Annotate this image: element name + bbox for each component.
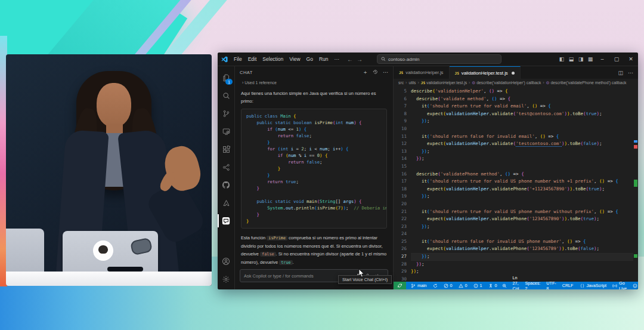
editor-line-30[interactable]: 30 [394,276,633,282]
editor-line-26[interactable]: 26 expect(validationHelper.validatePhone… [394,245,633,253]
editor-tab-validationHelper.test.js[interactable]: JSvalidationHelper.test.js [450,66,521,79]
customize-layout-icon[interactable]: ▦ [586,56,595,62]
editor-line-27[interactable]: 27 }); [394,253,633,261]
status-git-sync[interactable] [431,282,440,289]
status-cursor-position[interactable]: Ln 27, Col 8 [510,282,522,289]
used-references-row[interactable]: › Used 1 reference [242,79,387,87]
activity-item-copilot-chat[interactable] [218,212,234,230]
editor-line-23[interactable]: 23 }); [394,223,633,231]
code-token: { [325,153,327,158]
mouse-cursor [358,269,366,277]
status-warnings[interactable]: 0 [456,282,470,289]
status-errors[interactable]: 0 [441,282,455,289]
close-button[interactable]: ✕ [624,53,638,66]
tab-bar-actions: ◫ ⋯ [613,66,638,79]
editor-line-16[interactable]: 16 describe('validatePhone method', () =… [394,171,633,178]
inline-code-chip: false [260,252,275,257]
status-screencast-zoom[interactable] [500,282,509,289]
editor-line-5[interactable]: 5describe('validationHelper', () => { [394,88,633,95]
menu-run[interactable]: Run [316,56,332,62]
status-go-live[interactable]: Go Live [610,282,629,289]
activity-item-explorer[interactable]: 1 [218,69,234,87]
activity-item-remote-explorer[interactable] [218,122,234,140]
breadcrumb-item[interactable]: ⊙describe('validationHelper') callback [472,81,541,85]
tower-icon [488,283,493,288]
menu-view[interactable]: View [286,56,303,62]
editor-line-18[interactable]: 18 expect(validationHelper.validatePhone… [394,186,633,193]
editor-line-11[interactable]: 11 it('should return false for invalid e… [394,133,633,141]
status-indentation[interactable]: Spaces: 2 [522,282,543,289]
code-token: [] [335,199,343,204]
editor-line-22[interactable]: 22 expect(validationHelper.validatePhone… [394,215,633,223]
activity-item-github[interactable] [218,176,234,194]
activity-item-azure[interactable] [218,194,234,212]
status-infos[interactable]: 1 [471,282,485,289]
command-center-search[interactable]: contoso-admin [377,54,501,64]
breadcrumb[interactable]: src›utils›JSvalidationHelper.test.js›⊙de… [394,79,638,87]
activity-item-settings[interactable] [218,270,234,288]
activity-item-connections[interactable] [218,158,234,176]
editor-line-24[interactable]: 24 [394,230,633,238]
toggle-sidebar-icon[interactable]: ◧ [557,56,566,62]
activity-item-source-control[interactable] [218,104,234,122]
toggle-secondary-sidebar-icon[interactable]: ◨ [576,56,586,62]
editor-line-19[interactable]: 19 }); [394,193,633,201]
breadcrumb-item[interactable]: utils [408,81,416,85]
editor-tab-validationHelper.js[interactable]: JSvalidationHelper.js [394,66,450,79]
minimize-button[interactable]: – [595,53,609,66]
editor-line-8[interactable]: 8 expect(validationHelper.validate('test… [394,110,633,118]
editor-line-25[interactable]: 25 it('should return false for invalid U… [394,238,633,246]
editor-more-actions-icon[interactable]: ⋯ [628,70,633,76]
editor-line-12[interactable]: 12 expect(validationHelper.validate('tes… [394,140,633,148]
breadcrumb-item[interactable]: ⊙describe('validatePhone method') callba… [546,81,627,85]
status-eol[interactable]: CRLF [560,282,576,289]
menu-go[interactable]: Go [304,56,316,62]
toggle-panel-icon[interactable]: ⬓ [566,56,576,62]
breadcrumb-item[interactable]: src [398,81,404,85]
chat-history-icon[interactable] [373,69,378,76]
editor-line-13[interactable]: 13 }); [394,148,633,156]
code-token: { [293,113,296,119]
editor-line-6[interactable]: 6 describe('validate method', () => { [394,95,633,103]
split-editor-icon[interactable]: ◫ [618,70,623,76]
restore-button[interactable]: ▢ [609,53,624,66]
breadcrumb-separator: › [405,81,407,85]
line-number: 13 [394,148,411,156]
chat-more-actions-icon[interactable]: ⋯ [383,69,388,75]
editor-line-20[interactable]: 20 [394,201,633,208]
unsaved-changes-dot[interactable] [512,72,515,75]
status-git-branch[interactable]: main [408,282,429,289]
status-encoding[interactable]: UTF-8 [544,282,558,289]
editor-line-29[interactable]: 29}); [394,268,633,276]
status-ports[interactable]: 0 [486,282,500,289]
editor-line-28[interactable]: 28 }); [394,261,633,269]
editor-line-10[interactable]: 10 [394,125,633,133]
menu-selection[interactable]: Selection [259,56,286,62]
menu-edit[interactable]: Edit [245,56,260,62]
editor-line-21[interactable]: 21 it('should return true for valid US p… [394,208,633,216]
overview-ruler[interactable] [633,87,638,282]
editor-line-17[interactable]: 17 it('should return true for valid US p… [394,178,633,186]
code-token [411,103,422,109]
breadcrumb-item[interactable]: JSvalidationHelper.test.js [421,81,467,85]
status-label: 1 [480,283,482,288]
activity-item-search[interactable] [218,87,234,104]
nav-back-icon[interactable]: ← [347,56,353,63]
activity-item-extensions[interactable] [218,140,234,158]
menu-[interactable]: ··· [332,56,343,62]
new-chat-icon[interactable]: ＋ [363,69,368,76]
status-language-mode[interactable]: JavaScript [577,282,609,289]
menu-file[interactable]: File [231,56,245,62]
editor-line-7[interactable]: 7 it('should return true for valid email… [394,103,633,110]
status-label: CRLF [562,283,574,288]
editor-line-15[interactable]: 15 [394,163,633,171]
status-feedback[interactable] [630,282,638,289]
activity-item-accounts[interactable] [218,252,234,270]
code-token: out [286,205,293,211]
editor-line-9[interactable]: 9 }); [394,118,633,125]
editor-line-14[interactable]: 14 }); [394,155,633,163]
code-editor[interactable]: 5describe('validationHelper', () => {6 d… [394,87,638,282]
nav-forward-icon[interactable]: → [357,56,363,63]
remote-indicator[interactable] [394,282,406,289]
code-token [411,224,422,229]
